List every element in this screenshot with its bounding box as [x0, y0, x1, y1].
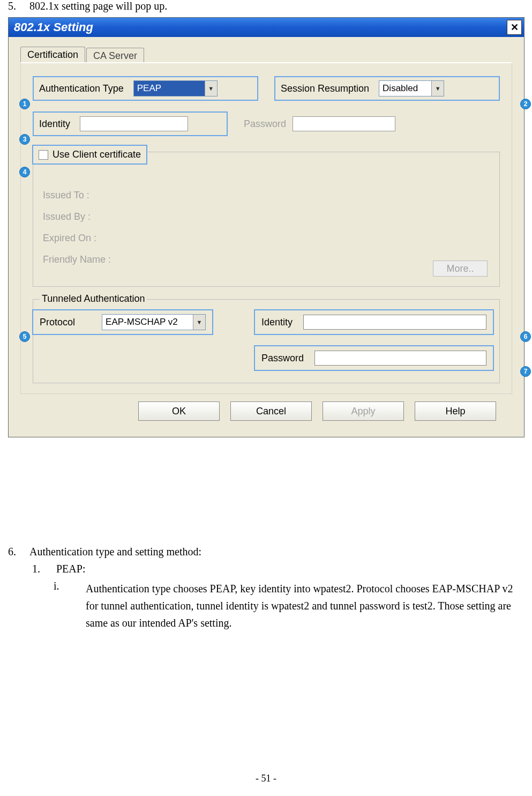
use-client-cert-checkbox[interactable]	[39, 150, 48, 160]
apply-button[interactable]: Apply	[323, 401, 404, 421]
identity-box: Identity	[33, 111, 228, 136]
chevron-down-icon: ▼	[205, 81, 217, 96]
chevron-down-icon: ▼	[431, 81, 444, 96]
sub-1-num: 1.	[32, 563, 56, 575]
tunnel-legend: Tunneled Authentication	[40, 293, 147, 304]
chevron-down-icon: ▼	[193, 315, 205, 330]
auth-type-value: PEAP	[134, 81, 205, 96]
callout-3: 3	[19, 134, 30, 145]
use-client-cert-box[interactable]: Use Client certificate	[32, 145, 147, 165]
sub-i-num: i.	[54, 580, 86, 631]
page-number: - 51 -	[0, 773, 532, 784]
callout-7: 7	[520, 366, 531, 377]
expired-on-label: Expired On :	[43, 227, 111, 249]
password-group: Password	[244, 116, 395, 131]
step-6-num: 6.	[8, 546, 29, 558]
sub-1-text: PEAP:	[56, 563, 85, 575]
session-label: Session Resumption	[281, 83, 369, 94]
session-box: Session Resumption Disabled ▼	[274, 76, 500, 101]
help-button[interactable]: Help	[415, 401, 496, 421]
dialog-body: Certification CA Server Authentication T…	[9, 37, 524, 437]
session-select[interactable]: Disabled ▼	[379, 80, 444, 96]
tab-certification[interactable]: Certification	[20, 47, 85, 63]
window-title: 802.1x Setting	[14, 20, 93, 34]
protocol-select[interactable]: EAP-MSCHAP v2 ▼	[102, 314, 206, 330]
tunnel-password-box: Password	[254, 345, 494, 371]
session-value: Disabled	[379, 81, 431, 96]
identity-label: Identity	[39, 118, 70, 130]
tunnel-password-label: Password	[261, 353, 304, 364]
sub-1: 1. PEAP:	[32, 563, 85, 575]
cert-info: Issued To : Issued By : Expired On : Fri…	[43, 184, 111, 270]
tunnel-identity-box: Identity	[254, 309, 494, 335]
step-5-num: 5.	[8, 0, 29, 12]
callout-2: 2	[520, 99, 531, 109]
more-button[interactable]: More..	[433, 261, 488, 277]
tunnel-auth-fieldset: Tunneled Authentication Protocol EAP-MSC…	[33, 299, 500, 383]
auth-type-label: Authentication Type	[39, 83, 124, 94]
dialog-8021x: 802.1x Setting ✕ Certification CA Server…	[8, 17, 524, 437]
auth-type-box: Authentication Type PEAP ▼	[33, 76, 258, 101]
row-identity: Identity Password	[33, 111, 395, 136]
callout-6: 6	[520, 331, 531, 342]
ok-button[interactable]: OK	[138, 401, 220, 421]
password-label: Password	[244, 118, 286, 130]
tab-panel: Authentication Type PEAP ▼ Session Resum…	[20, 62, 512, 394]
callout-4: 4	[19, 167, 30, 177]
row-auth-session: Authentication Type PEAP ▼ Session Resum…	[33, 76, 500, 101]
password-input[interactable]	[293, 116, 395, 131]
step-5-text: 802.1x setting page will pop up.	[29, 0, 167, 12]
step-6-text: Authentication type and setting method:	[29, 546, 201, 558]
titlebar: 802.1x Setting ✕	[9, 18, 524, 37]
tunnel-password-input[interactable]	[314, 351, 486, 366]
issued-by-label: Issued By :	[43, 206, 111, 227]
tunnel-identity-label: Identity	[261, 317, 293, 328]
protocol-label: Protocol	[40, 317, 75, 328]
callout-1: 1	[19, 99, 30, 109]
tunnel-identity-input[interactable]	[303, 315, 486, 330]
identity-input[interactable]	[80, 116, 188, 131]
issued-to-label: Issued To :	[43, 184, 111, 206]
use-client-cert-label: Use Client certificate	[53, 149, 141, 160]
protocol-value: EAP-MSCHAP v2	[102, 315, 193, 330]
callout-5: 5	[19, 331, 30, 342]
sub-i: i. Authentication type chooses PEAP, key…	[54, 580, 520, 631]
close-button[interactable]: ✕	[507, 20, 522, 35]
button-row: OK Cancel Apply Help	[20, 394, 512, 430]
sub-i-text: Authentication type chooses PEAP, key id…	[86, 580, 520, 631]
friendly-name-label: Friendly Name :	[43, 249, 111, 270]
step-5: 5. 802.1x setting page will pop up.	[8, 0, 167, 12]
protocol-box: Protocol EAP-MSCHAP v2 ▼	[32, 309, 213, 335]
tabs: Certification CA Server	[20, 47, 512, 63]
step-6: 6. Authentication type and setting metho…	[8, 546, 201, 558]
close-icon: ✕	[511, 23, 519, 32]
tab-ca-server[interactable]: CA Server	[86, 48, 144, 64]
cancel-button[interactable]: Cancel	[230, 401, 312, 421]
auth-type-select[interactable]: PEAP ▼	[133, 80, 218, 96]
client-cert-fieldset: Use Client certificate Issued To : Issue…	[33, 152, 500, 287]
